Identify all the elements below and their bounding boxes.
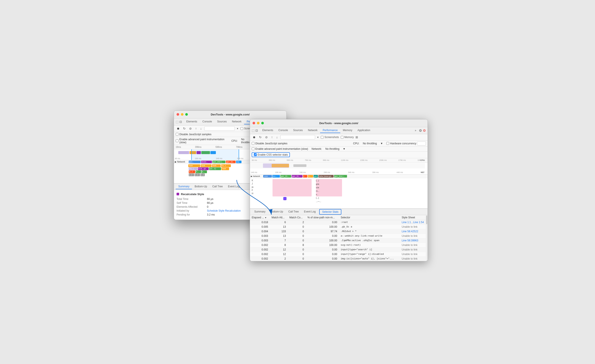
selected-flame-block[interactable] xyxy=(283,197,286,200)
css-selector-checkbox-label[interactable]: Enable CSS selector stats xyxy=(252,152,290,157)
inspect-icon[interactable]: ⬚ xyxy=(176,120,178,124)
table-row[interactable]: 0.002 12 0 0.00 input[type="range" i]:di… xyxy=(250,252,428,256)
flame-block-task[interactable]: Ev...t xyxy=(221,164,231,167)
net-block[interactable]: hpba (www.go... xyxy=(318,175,333,178)
front-minimize-btn[interactable] xyxy=(257,122,260,124)
front-tab-network[interactable]: Network xyxy=(305,128,320,133)
front-tab-performance[interactable]: Performance xyxy=(320,128,340,133)
front-more-icon[interactable]: ⚙ xyxy=(423,128,426,133)
close-btn[interactable] xyxy=(177,113,179,116)
back-tab-summary[interactable]: Summary xyxy=(176,184,192,189)
screenshots-check[interactable] xyxy=(240,127,243,130)
sheet-link[interactable]: Line 1:1 xyxy=(402,221,411,224)
scrollbar-thumb[interactable] xyxy=(426,216,427,224)
initiated-link[interactable]: Schedule Style Recalculation xyxy=(207,209,241,212)
flame-block-task[interactable]: Task xyxy=(188,164,200,167)
front-disable-js-label[interactable]: Disable JavaScript samples xyxy=(252,142,287,145)
network-block[interactable]: gen_20... xyxy=(226,161,236,163)
back-tab-bottom-up[interactable]: Bottom-Up xyxy=(192,184,210,189)
table-row[interactable]: 0.003 7 0 100.00 .CqmPRe:active .oXqZxc … xyxy=(250,238,428,243)
hardware-concurrency-label[interactable]: Hardware concurrency xyxy=(386,142,416,145)
front-tab-console[interactable]: Console xyxy=(276,128,290,133)
css-selector-check[interactable] xyxy=(254,153,257,156)
upload-btn[interactable]: ↑ xyxy=(194,126,198,131)
flame-block[interactable]: (...) xyxy=(195,173,200,176)
flame-block[interactable]: Pa...L xyxy=(189,167,197,170)
front-memory-check[interactable] xyxy=(341,136,344,139)
table-row[interactable]: 0.002 12 0 0.00 input[type="search" i] U… xyxy=(250,247,428,252)
front-tab-event-log[interactable]: Event Log xyxy=(301,209,318,214)
front-mini-timeline[interactable]: 146 ms 196 ms 246 ms 296 ms 346 ms 396 m… xyxy=(250,163,428,175)
tab-sources[interactable]: Sources xyxy=(214,119,229,124)
front-cpu-dropdown[interactable]: ▼ xyxy=(380,142,383,145)
front-screenshots-checkbox[interactable]: Screenshots xyxy=(321,136,339,139)
col-match-co[interactable]: Match Co... xyxy=(288,215,305,220)
table-row[interactable]: 0.018 6 2 0.00 :root Line 1:1 , Line 1:5… xyxy=(250,220,428,224)
device-icon[interactable]: ⊡ xyxy=(179,120,182,124)
concurrency-value-input[interactable]: 10 xyxy=(417,141,426,145)
col-sheet[interactable]: Style Sheet xyxy=(400,215,428,220)
reload-btn[interactable]: ↻ xyxy=(182,126,186,131)
net-block[interactable]: gen_20... xyxy=(280,175,291,178)
col-match-att[interactable]: Match Att... xyxy=(270,215,288,220)
front-url-dropdown-icon[interactable]: ▼ xyxy=(317,136,319,139)
sheet-link[interactable]: Line 1:54 xyxy=(413,221,424,224)
record-btn[interactable]: ⏺ xyxy=(176,126,180,131)
front-upload-btn[interactable]: ↑ xyxy=(270,135,274,139)
flame-block[interactable]: (...) xyxy=(189,173,194,176)
tab-elements[interactable]: Elements xyxy=(184,119,200,124)
url-dropdown-icon[interactable]: ▼ xyxy=(236,127,239,130)
front-clear-btn[interactable]: ⊘ xyxy=(264,135,269,139)
flame-block-big[interactable] xyxy=(273,179,312,196)
net-block[interactable]: gen_204 (... xyxy=(334,175,347,178)
front-tab-memory[interactable]: Memory xyxy=(340,128,355,133)
table-row[interactable]: 0.004 133 0 97.74 .HG1dvd > * Line 58:42… xyxy=(250,229,428,234)
network-block[interactable]: gen_204 (... xyxy=(212,161,225,163)
table-row[interactable]: 0.005 13 0 100.00 .gb_Uc a Unable to lin… xyxy=(250,224,428,229)
flame-block[interactable]: Task xyxy=(221,167,229,170)
advanced-paint-label[interactable]: Enable advanced paint instrumentation (s… xyxy=(176,138,228,144)
disable-js-check[interactable] xyxy=(176,133,178,136)
flame-block[interactable]: F... xyxy=(196,170,201,173)
front-maximize-btn[interactable] xyxy=(261,122,264,124)
network-block[interactable]: deskt... xyxy=(201,161,212,163)
front-tab-sources[interactable]: Sources xyxy=(290,128,305,133)
front-close-btn[interactable] xyxy=(253,122,255,124)
selector-stats-table-container[interactable]: Elapsed ... ▼ Match Att... Match Co... %… xyxy=(250,215,428,261)
table-row[interactable]: 0.002 2 0 0.00 img:is([sizes="auto" i], … xyxy=(250,256,428,261)
tab-network[interactable]: Network xyxy=(229,119,244,124)
front-disable-js-check[interactable] xyxy=(252,142,255,145)
front-reload-btn[interactable]: ↻ xyxy=(258,135,262,139)
col-elapsed[interactable]: Elapsed ... ▼ xyxy=(250,215,270,220)
front-network-dropdown[interactable]: ▼ xyxy=(343,147,346,150)
front-memory-checkbox[interactable]: Memory xyxy=(341,136,354,139)
front-advanced-paint-check[interactable] xyxy=(252,147,255,150)
sheet-link[interactable]: Line 58:39963 xyxy=(402,239,418,242)
front-download-btn[interactable]: ↓ xyxy=(275,135,279,139)
flame-block[interactable]: b... xyxy=(202,170,207,173)
network-block[interactable]: clie xyxy=(236,161,241,163)
advanced-paint-check[interactable] xyxy=(176,139,178,142)
net-block[interactable]: c xyxy=(303,175,307,178)
table-row[interactable]: 0.003 13 0 0.00 a:-webkit-any-link:read-… xyxy=(250,234,428,238)
download-btn[interactable]: ↓ xyxy=(199,126,203,131)
net-block[interactable]: .com xyxy=(263,175,272,178)
flame-block-task[interactable]: Task xyxy=(212,164,221,167)
net-block[interactable]: gen_20... xyxy=(292,175,303,178)
flame-block[interactable]: (an...S) xyxy=(209,167,221,170)
back-tab-event-log[interactable]: Event Log xyxy=(225,184,242,189)
col-selector[interactable]: Selector xyxy=(339,215,400,220)
front-record-btn[interactable]: ⏺ xyxy=(252,135,256,139)
front-tab-more-icon[interactable]: » xyxy=(413,128,418,133)
front-inspect-icon[interactable]: ⬚ xyxy=(252,129,255,132)
front-device-icon[interactable]: ⊡ xyxy=(255,129,258,132)
network-block[interactable]: goo... xyxy=(189,161,201,163)
table-row[interactable]: 0.002 8 8 100.00 svg:not(:root) Unable t… xyxy=(250,243,428,247)
front-tab-elements[interactable]: Elements xyxy=(260,128,276,133)
front-tab-application[interactable]: Application xyxy=(355,128,373,133)
clear-btn[interactable]: ⊘ xyxy=(188,126,193,131)
flame-block-big2[interactable] xyxy=(316,179,342,196)
col-pct[interactable]: % of slow-path non-m... xyxy=(306,215,339,220)
front-tab-summary[interactable]: Summary xyxy=(252,209,268,214)
flame-block-task[interactable]: Task xyxy=(201,164,212,167)
